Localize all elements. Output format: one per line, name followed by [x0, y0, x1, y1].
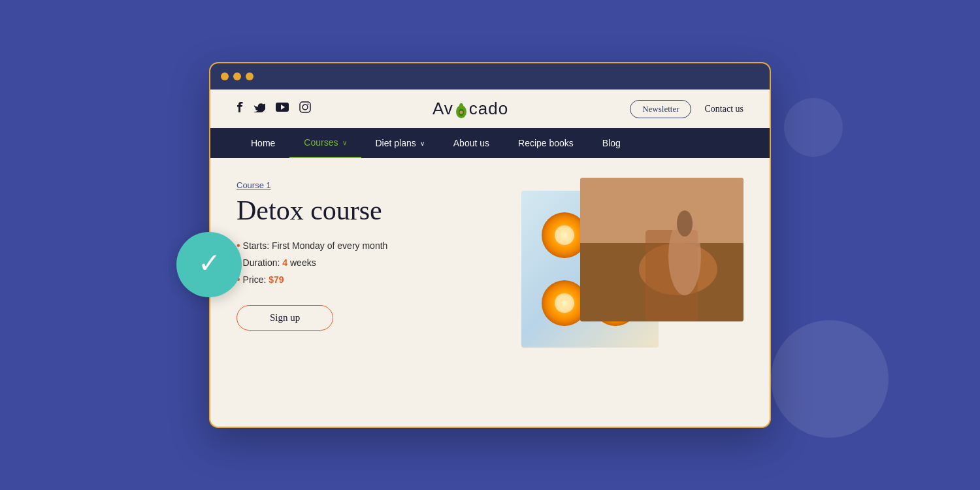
course-title: Detox course [237, 195, 502, 225]
svg-point-3 [302, 105, 308, 110]
instagram-icon[interactable] [299, 101, 311, 116]
svg-point-4 [308, 104, 309, 105]
facebook-icon[interactable] [237, 101, 243, 116]
avocado-logo-icon [454, 102, 468, 116]
bg-circle-small [784, 98, 843, 157]
detail-price: Price: $79 [237, 274, 502, 286]
course-details: Starts: First Monday of every month Dura… [237, 240, 502, 286]
signup-button[interactable]: Sign up [237, 305, 333, 331]
browser-dot-1 [221, 73, 229, 80]
nav-recipe-books[interactable]: Recipe books [504, 128, 588, 158]
site-header: Av cado Newsletter Contact us [210, 90, 770, 128]
bg-circle-large [771, 320, 889, 438]
contact-link[interactable]: Contact us [704, 104, 743, 114]
detail-duration: Duration: 4 weeks [237, 257, 502, 269]
svg-rect-2 [300, 102, 310, 112]
browser-dot-2 [233, 73, 241, 80]
social-icons [237, 101, 311, 116]
site-content: Course 1 Detox course Starts: First Mond… [210, 158, 770, 393]
site-nav: Home Courses ∨ Diet plans ∨ About us Rec… [210, 128, 770, 158]
nav-blog[interactable]: Blog [588, 128, 635, 158]
site-logo[interactable]: Av cado [433, 99, 508, 119]
nav-courses[interactable]: Courses ∨ [289, 128, 361, 158]
svg-point-8 [459, 103, 463, 108]
content-images [521, 178, 743, 374]
detail-price-label: Price: $79 [243, 274, 284, 285]
nav-about-us[interactable]: About us [439, 128, 504, 158]
food-photo-image [580, 178, 743, 321]
check-icon: ✓ [198, 250, 221, 277]
nav-diet-plans[interactable]: Diet plans ∨ [361, 128, 439, 158]
header-right: Newsletter Contact us [630, 100, 743, 118]
nav-home[interactable]: Home [237, 128, 289, 158]
detail-starts: Starts: First Monday of every month [237, 240, 502, 252]
courses-chevron-icon: ∨ [342, 139, 347, 146]
content-left: Course 1 Detox course Starts: First Mond… [237, 178, 502, 331]
browser-dots [221, 73, 253, 80]
twitter-icon[interactable] [253, 103, 265, 116]
youtube-icon[interactable] [276, 103, 289, 116]
svg-point-7 [459, 110, 463, 114]
newsletter-button[interactable]: Newsletter [630, 100, 691, 118]
svg-point-14 [677, 210, 693, 237]
course-label[interactable]: Course 1 [237, 180, 502, 190]
diet-plans-chevron-icon: ∨ [420, 140, 425, 147]
browser-dot-3 [246, 73, 253, 80]
detail-duration-label: Duration: 4 weeks [243, 257, 316, 268]
check-badge: ✓ [176, 232, 242, 297]
detail-starts-label: Starts: First Monday of every month [243, 240, 388, 251]
browser-window: Av cado Newsletter Contact us Home Cours… [209, 62, 771, 428]
browser-chrome [210, 63, 770, 90]
